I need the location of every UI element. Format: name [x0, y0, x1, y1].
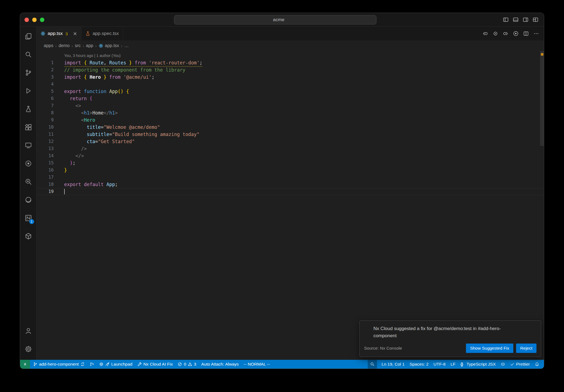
- close-icon[interactable]: [531, 326, 536, 331]
- nav-forward-icon[interactable]: [165, 17, 171, 23]
- activity-source-control[interactable]: [20, 64, 37, 82]
- line-number[interactable]: 2: [37, 66, 64, 74]
- code-line-5[interactable]: 5export function App() {: [37, 88, 544, 95]
- prettier-item[interactable]: Prettier: [508, 360, 532, 369]
- line-number[interactable]: 6: [37, 95, 64, 102]
- breadcrumb-segment-src[interactable]: src: [75, 43, 81, 48]
- record-dot-icon[interactable]: [493, 31, 498, 36]
- encoding-item[interactable]: UTF-8: [431, 360, 448, 369]
- layout-sidebar-left-icon[interactable]: [503, 17, 509, 23]
- more-actions-icon[interactable]: [533, 31, 539, 36]
- code-line-13[interactable]: 13 />: [37, 145, 544, 152]
- line-number[interactable]: 14: [37, 152, 64, 159]
- close-window-button[interactable]: [25, 18, 29, 22]
- line-number[interactable]: 16: [37, 167, 64, 174]
- breadcrumb-segment-app[interactable]: app: [86, 43, 93, 48]
- minimize-window-button[interactable]: [32, 18, 37, 22]
- activity-remote-explorer[interactable]: [20, 136, 37, 154]
- scrollbar-thumb[interactable]: [540, 51, 544, 146]
- line-number[interactable]: 1: [37, 59, 64, 66]
- code-line-6[interactable]: 6 return (: [37, 95, 544, 102]
- layout-panel-icon[interactable]: [513, 17, 519, 23]
- history-back-circle-icon[interactable]: [482, 31, 488, 36]
- nav-back-icon[interactable]: [156, 17, 162, 23]
- layout-editor-grid-icon[interactable]: [523, 17, 528, 23]
- account-icon[interactable]: [380, 17, 386, 23]
- breadcrumb-segment-demo[interactable]: demo: [59, 43, 70, 48]
- nx-cloud-ai-fix-item[interactable]: Nx Cloud AI Fix: [135, 360, 175, 369]
- code-line-17[interactable]: 17: [37, 174, 544, 181]
- commit-graph-item[interactable]: [87, 360, 97, 369]
- code-line-11[interactable]: 11 subtitle="Build something amazing tod…: [37, 131, 544, 138]
- code-line-3[interactable]: 3import { Hero } from '@acme/ui';: [37, 74, 544, 81]
- code-line-2[interactable]: 2// importing the component from the lib…: [37, 66, 544, 74]
- code-line-16[interactable]: 16}: [37, 167, 544, 174]
- customize-layout-icon[interactable]: [533, 17, 538, 23]
- line-number[interactable]: 19: [37, 188, 64, 195]
- breadcrumb-symbol-tail[interactable]: …: [124, 43, 129, 48]
- line-number[interactable]: 8: [37, 109, 64, 116]
- activity-settings-gear[interactable]: [20, 340, 37, 358]
- indentation-item[interactable]: Spaces: 2: [407, 360, 431, 369]
- code-line-14[interactable]: 14 </>: [37, 152, 544, 159]
- code-line-9[interactable]: 9 <Hero: [37, 116, 544, 124]
- tab-app-spec-tsx[interactable]: app.spec.tsx: [82, 27, 123, 40]
- breadcrumb-segment-apps[interactable]: apps: [44, 43, 53, 48]
- activity-gitlens[interactable]: [20, 154, 37, 173]
- code-line-12[interactable]: 12 cta="Get Started": [37, 138, 544, 145]
- line-number[interactable]: 17: [37, 174, 64, 181]
- activity-testing[interactable]: [20, 100, 37, 118]
- gear-icon[interactable]: [523, 326, 528, 331]
- code-line-10[interactable]: 10 title="Welcmoe @acme/demo": [37, 124, 544, 131]
- line-number[interactable]: 7: [37, 102, 64, 109]
- activity-project-graph[interactable]: [20, 227, 37, 245]
- cursor-position-item[interactable]: Ln 19, Col 1: [379, 360, 407, 369]
- copilot-item[interactable]: [498, 360, 508, 369]
- remote-indicator[interactable]: [20, 360, 30, 369]
- editor-scrollbar[interactable]: [540, 51, 544, 360]
- line-number[interactable]: 10: [37, 124, 64, 131]
- line-number[interactable]: 3: [37, 74, 64, 81]
- line-number[interactable]: 5: [37, 88, 64, 95]
- launchpad-item[interactable]: Launchpad: [97, 360, 135, 369]
- line-number[interactable]: 11: [37, 131, 64, 138]
- split-editor-icon[interactable]: [523, 31, 529, 36]
- activity-extensions[interactable]: [20, 118, 37, 136]
- vim-mode-item[interactable]: -- NORMAL --: [241, 360, 272, 369]
- command-center-search[interactable]: acme: [174, 15, 376, 24]
- activity-account[interactable]: [20, 322, 37, 340]
- code-line-4[interactable]: 4: [37, 81, 544, 88]
- codelens-annotation[interactable]: You, 3 hours ago | 1 author (You): [64, 52, 544, 59]
- line-number[interactable]: 12: [37, 138, 64, 145]
- code-line-19[interactable]: 19: [37, 188, 544, 195]
- code-line-8[interactable]: 8 <h1>Home</h1>: [37, 109, 544, 116]
- run-icon[interactable]: [513, 31, 519, 36]
- auto-attach-item[interactable]: Auto Attach: Always: [199, 360, 241, 369]
- code-line-18[interactable]: 18export default App;: [37, 181, 544, 188]
- code-line-1[interactable]: 1import { Route, Routes } from 'react-ro…: [37, 59, 544, 66]
- activity-run-debug[interactable]: [20, 82, 37, 100]
- code-line-15[interactable]: 15 );: [37, 159, 544, 167]
- breadcrumb-file[interactable]: app.tsx: [105, 43, 119, 48]
- line-number[interactable]: 9: [37, 116, 64, 124]
- notifications-item[interactable]: [532, 360, 542, 369]
- line-number[interactable]: 18: [37, 181, 64, 188]
- problems-item[interactable]: 03: [175, 360, 199, 369]
- code-line-7[interactable]: 7 <>: [37, 102, 544, 109]
- history-forward-circle-icon[interactable]: [503, 31, 508, 36]
- activity-nx-console[interactable]: 1: [20, 209, 37, 227]
- language-item[interactable]: {}TypeScript JSX: [458, 360, 498, 369]
- tab-app-tsx[interactable]: app.tsx3: [37, 27, 82, 40]
- show-suggested-fix-button[interactable]: Show Suggested Fix: [466, 344, 513, 353]
- close-icon[interactable]: [73, 31, 77, 36]
- line-number[interactable]: 15: [37, 159, 64, 167]
- editor[interactable]: You, 3 hours ago | 1 author (You) 1impor…: [37, 51, 544, 360]
- branch-item[interactable]: add-hero-component: [31, 360, 87, 369]
- activity-explorer[interactable]: [20, 27, 37, 45]
- eol-item[interactable]: LF: [448, 360, 458, 369]
- activity-edge-devtools[interactable]: [20, 191, 37, 209]
- activity-gitlens-inspect[interactable]: [20, 173, 37, 191]
- line-number[interactable]: 4: [37, 81, 64, 88]
- zoom-item[interactable]: [368, 360, 377, 369]
- activity-search[interactable]: [20, 45, 37, 64]
